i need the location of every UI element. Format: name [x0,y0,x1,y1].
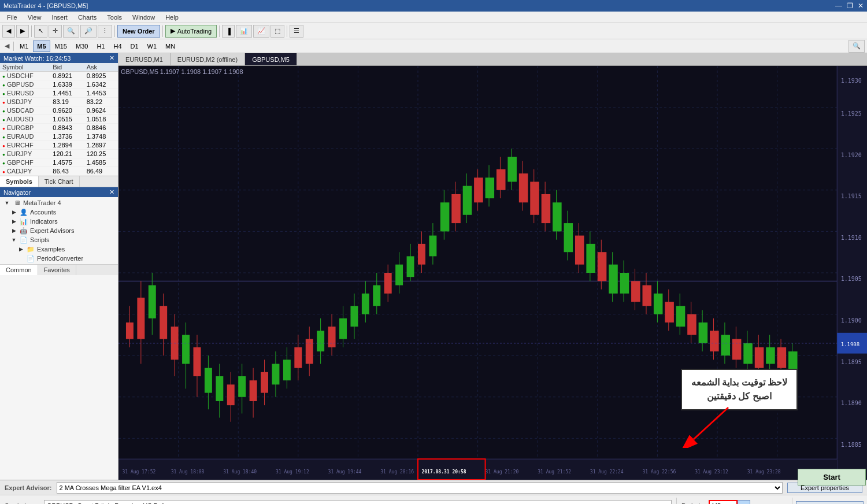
nav-item-accounts[interactable]: ▶ 👤 Accounts [1,207,117,217]
candle-button[interactable]: 📊 [236,25,252,38]
market-watch-row[interactable]: ● EURCHF 1.2894 1.2897 [0,141,118,150]
expand-icon-indicators[interactable]: ▶ [10,218,17,225]
chart-canvas[interactable]: GBPUSD,M5 1.1907 1.1908 1.1907 1.1908 [118,66,867,480]
mw-bid: 1.4451 [50,89,84,98]
tf-d1[interactable]: D1 [127,40,143,52]
nav-close-icon[interactable]: ✕ [109,188,114,196]
forward-button[interactable]: ▶ [16,25,29,38]
window-title: MetaTrader 4 - [GBPUSD,M5] [3,2,88,9]
menu-help[interactable]: Help [161,13,183,22]
svg-rect-137 [766,347,775,364]
nav-item-metatrader4[interactable]: ▼ 🖥 MetaTrader 4 [1,198,117,207]
st-symbol-select[interactable]: GBPUSD, Great Britain Pound vs US Dollar [44,500,672,504]
zoom-out-button[interactable]: 🔎 [80,25,97,38]
market-watch-row[interactable]: ● EURAUD 1.3736 1.3748 [0,132,118,141]
sep5 [287,25,287,37]
indicators-button[interactable]: ⬚ [271,25,284,38]
market-watch-row[interactable]: ● EURGBP 0.8843 0.8846 [0,124,118,132]
menu-insert[interactable]: Insert [47,13,72,22]
tf-mn[interactable]: MN [161,40,179,52]
zoom-in-button[interactable]: 🔍 [63,25,79,38]
nav-item-indicators[interactable]: ▶ 📊 Indicators [1,217,117,226]
mw-ask: 1.4585 [84,158,118,167]
period-dropdown-button[interactable]: ▼ [738,500,750,504]
market-watch-row[interactable]: ● CADJPY 86.43 86.49 [0,167,118,176]
new-order-button[interactable]: New Order [117,25,160,38]
expand-icon-scripts[interactable]: ▼ [10,236,17,243]
expand-icon-examples[interactable]: ▶ [17,246,24,253]
period-input[interactable] [709,500,738,504]
nav-item-period-converter[interactable]: 📄 PeriodConverter [1,254,117,263]
market-watch-row[interactable]: ● EURJPY 120.21 120.25 [0,150,118,158]
mw-close-icon[interactable]: ✕ [109,54,114,62]
chart-tab-eurusd-m1[interactable]: EURUSD,M1 [118,53,171,65]
nav-tab-common[interactable]: Common [0,265,38,275]
line-chart-button[interactable]: 📈 [253,25,269,38]
menu-file[interactable]: File [2,13,22,22]
svg-rect-51 [283,360,291,380]
mw-tab-tick[interactable]: Tick Chart [39,176,80,187]
mw-tab-symbols[interactable]: Symbols [0,176,39,187]
ea-select[interactable]: 2 MA Crosses Mega filter EA V1.ex4 [57,482,783,494]
tf-arrow-left[interactable]: ◀ [2,42,12,50]
cursor-button[interactable]: ↖ [34,25,47,38]
svg-text:1.1890: 1.1890 [841,400,862,406]
menu-bar: File View Insert Charts Tools Window Hel… [0,12,867,23]
st-form: Symbol: GBPUSD, Great Britain Pound vs U… [0,498,676,504]
restore-button[interactable]: ❐ [847,2,853,10]
expand-icon[interactable]: ▼ [3,199,10,206]
script-pc-icon: 📄 [27,254,35,262]
menu-view[interactable]: View [23,13,46,22]
market-watch-scroll[interactable]: Symbol Bid Ask ● USDCHF 0.8921 0.8925 ● … [0,63,118,176]
market-watch-row[interactable]: ● USDJPY 83.19 83.22 [0,98,118,106]
minimize-button[interactable]: — [835,2,842,10]
menu-charts[interactable]: Charts [73,13,101,22]
crosshair-button[interactable]: ✛ [49,25,62,38]
mw-col-ask: Ask [84,63,118,72]
chart-tab-gbpusd-m5[interactable]: GBPUSD,M5 [245,53,297,65]
close-button[interactable]: ✕ [858,2,864,10]
svg-rect-65 [362,294,369,314]
tf-m15[interactable]: M15 [51,40,71,52]
start-button[interactable]: Start [798,469,866,486]
tf-h1[interactable]: H1 [92,40,109,52]
svg-rect-89 [497,169,506,190]
nav-label-period-converter: PeriodConverter [37,255,83,262]
svg-rect-129 [721,335,730,355]
bar-chart-button[interactable]: ▐ [222,25,235,38]
symbol-properties-button[interactable]: Symbol properties [796,501,864,504]
nav-item-expert-advisors[interactable]: ▶ 🤖 Expert Advisors [1,226,117,235]
search-button[interactable]: 🔍 [849,40,865,53]
template-button[interactable]: ☰ [290,25,303,38]
autotrading-button[interactable]: ▶ AutoTrading [165,25,217,38]
market-watch-row[interactable]: ● GBPCHF 1.4575 1.4585 [0,158,118,167]
expand-icon-ea[interactable]: ▶ [10,227,17,234]
st-period-spread: Period: ▼ Spread: ▼ Optimization [676,498,792,504]
mw-symbol: ● EURCHF [0,141,50,150]
period-separator-button[interactable]: ⋮ [98,25,112,38]
new-order-label: New Order [123,28,155,35]
market-watch-row[interactable]: ● USDCAD 0.9620 0.9624 [0,106,118,115]
menu-tools[interactable]: Tools [102,13,127,22]
back-button[interactable]: ◀ [2,25,15,38]
market-watch-row[interactable]: ● EURUSD 1.4451 1.4453 [0,89,118,98]
tf-m30[interactable]: M30 [72,40,92,52]
market-watch-row[interactable]: ● AUDUSD 1.0515 1.0518 [0,115,118,124]
tf-h4[interactable]: H4 [109,40,125,52]
navigator-bottom-tabs: Common Favorites [0,264,118,275]
nav-tab-favorites[interactable]: Favorites [38,265,76,275]
nav-item-examples[interactable]: ▶ 📁 Examples [1,244,117,254]
tf-m1[interactable]: M1 [16,40,32,52]
svg-rect-131 [732,339,742,360]
svg-text:31 Aug 17:52: 31 Aug 17:52 [122,469,155,475]
tf-m5[interactable]: M5 [33,40,50,52]
chart-tab-eurusd-m2[interactable]: EURUSD,M2 (offline) [171,53,245,65]
menu-window[interactable]: Window [128,13,160,22]
arrow-svg [682,402,751,448]
tf-w1[interactable]: W1 [143,40,161,52]
expand-icon-accounts[interactable]: ▶ [10,209,17,216]
svg-rect-53 [294,347,302,368]
market-watch-row[interactable]: ● USDCHF 0.8921 0.8925 [0,72,118,80]
nav-item-scripts[interactable]: ▼ 📄 Scripts [1,235,117,244]
market-watch-row[interactable]: ● GBPUSD 1.6339 1.6342 [0,80,118,89]
